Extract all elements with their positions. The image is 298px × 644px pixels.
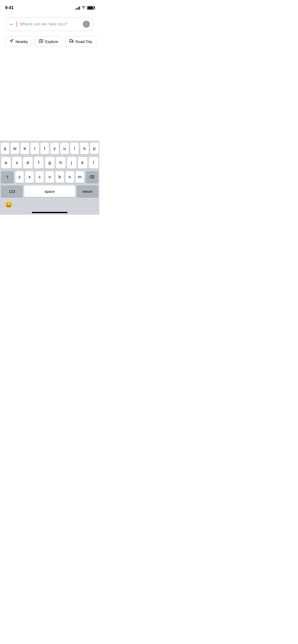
keyboard-row-4: 123 space return (1, 185, 98, 197)
key-g[interactable]: g (45, 157, 55, 169)
search-container: ← Where can we take you? (0, 14, 99, 34)
key-v[interactable]: v (45, 171, 54, 183)
text-cursor (17, 21, 17, 27)
svg-rect-4 (70, 39, 72, 42)
search-placeholder: Where can we take you? (20, 22, 80, 27)
key-e[interactable]: e (21, 143, 29, 154)
nearby-button[interactable]: Nearby (5, 36, 32, 47)
road-trip-button[interactable]: Road Trip (65, 36, 96, 47)
status-icons (75, 6, 94, 10)
shift-key[interactable]: ⇧ (1, 171, 14, 183)
key-x[interactable]: x (25, 171, 34, 183)
key-b[interactable]: b (56, 171, 64, 183)
key-r[interactable]: r (31, 143, 39, 154)
key-i[interactable]: i (70, 143, 79, 154)
key-u[interactable]: u (60, 143, 69, 154)
space-key[interactable]: space (24, 185, 75, 197)
nearby-icon (9, 39, 13, 44)
status-bar: 9:41 (0, 0, 99, 12)
key-h[interactable]: h (56, 157, 65, 169)
road-trip-label: Road Trip (75, 39, 92, 44)
backspace-key[interactable]: ⌫ (86, 171, 98, 183)
back-button[interactable]: ← (9, 22, 14, 27)
svg-point-6 (72, 42, 73, 42)
key-a[interactable]: a (1, 157, 11, 169)
key-o[interactable]: o (80, 143, 89, 154)
key-p[interactable]: p (90, 143, 99, 154)
quick-actions-row: Nearby Explore Road Trip (0, 34, 99, 49)
keyboard-row-3: ⇧ z x c v b n m ⌫ (1, 171, 98, 183)
key-w[interactable]: w (11, 143, 19, 154)
key-s[interactable]: s (12, 157, 22, 169)
keyboard-row-2: a s d f g h j k l (1, 157, 98, 169)
key-c[interactable]: c (35, 171, 44, 183)
key-l[interactable]: l (89, 157, 98, 169)
key-d[interactable]: d (23, 157, 33, 169)
key-y[interactable]: y (50, 143, 59, 154)
explore-label: Explore (45, 39, 58, 44)
status-time: 9:41 (5, 5, 14, 10)
return-key[interactable]: return (77, 185, 98, 197)
search-bar[interactable]: ← Where can we take you? (5, 17, 94, 31)
numbers-key[interactable]: 123 (1, 185, 23, 197)
svg-marker-1 (39, 39, 43, 42)
road-trip-icon (69, 39, 73, 44)
key-t[interactable]: t (40, 143, 49, 154)
emoji-button[interactable]: 😀 (3, 199, 14, 210)
nearby-label: Nearby (16, 39, 28, 44)
keyboard-row-1: q w e r t y u i o p (1, 143, 98, 154)
key-z[interactable]: z (15, 171, 24, 183)
key-m[interactable]: m (76, 171, 84, 183)
svg-point-5 (70, 42, 71, 42)
key-j[interactable]: j (67, 157, 76, 169)
svg-marker-0 (10, 39, 13, 42)
signal-icon (75, 6, 80, 10)
keyboard: q w e r t y u i o p a s d f g h j k l ⇧ … (0, 141, 99, 215)
wifi-icon (82, 6, 86, 10)
location-dot-icon[interactable] (83, 21, 90, 28)
key-f[interactable]: f (34, 157, 44, 169)
explore-button[interactable]: Explore (35, 36, 62, 47)
home-indicator (32, 212, 67, 213)
battery-icon (87, 6, 94, 10)
key-q[interactable]: q (1, 143, 9, 154)
key-k[interactable]: k (78, 157, 87, 169)
content-area (0, 49, 99, 130)
key-n[interactable]: n (65, 171, 74, 183)
explore-icon (39, 39, 43, 44)
